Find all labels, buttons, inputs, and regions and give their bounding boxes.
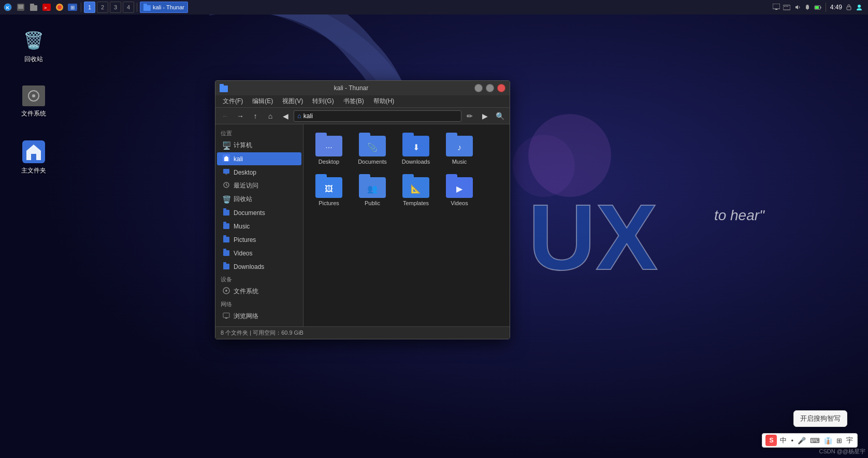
workspace-4[interactable]: 4 bbox=[123, 2, 134, 13]
thunar-window: kali - Thunar 文件(F) 编辑(E) 视图(V) 转到(G) 书签… bbox=[215, 80, 510, 339]
desktop-icon-trash[interactable]: 🗑️ 回收站 bbox=[16, 26, 52, 66]
file-item-videos[interactable]: ▶ Videos bbox=[439, 171, 480, 209]
title-bar: kali - Thunar bbox=[215, 81, 510, 95]
taskbar-terminal[interactable]: >_ bbox=[41, 2, 52, 13]
status-text: 8 个文件夹 | 可用空间：60.9 GiB bbox=[221, 329, 303, 337]
sogou-btn-grid[interactable]: ⊞ bbox=[835, 437, 843, 445]
taskbar-extra[interactable]: ⊞ bbox=[67, 2, 78, 13]
file-item-templates[interactable]: 📐 Templates bbox=[396, 171, 436, 209]
file-item-documents[interactable]: 📎 Documents bbox=[352, 130, 393, 168]
svg-text:>_: >_ bbox=[44, 5, 50, 10]
sidebar-item-recent[interactable]: 最近访问 bbox=[217, 179, 301, 192]
svg-rect-34 bbox=[31, 154, 36, 160]
svg-rect-35 bbox=[220, 85, 228, 92]
menu-edit[interactable]: 编辑(E) bbox=[248, 96, 277, 107]
location-bar[interactable]: ⌂ kali bbox=[294, 110, 461, 122]
sogou-btn-user[interactable]: 宇 bbox=[845, 436, 854, 445]
window-maximize-button[interactable] bbox=[486, 84, 494, 92]
decorative-text: to hear" bbox=[714, 207, 764, 224]
sidebar-item-trash[interactable]: 🗑️ 回收站 bbox=[217, 193, 301, 206]
sogou-btn-zh[interactable]: 中 bbox=[779, 436, 788, 445]
menu-view[interactable]: 视图(V) bbox=[278, 96, 307, 107]
file-item-public[interactable]: 👥 Public bbox=[352, 171, 393, 209]
devices-label: 设备 bbox=[215, 274, 303, 284]
up-button[interactable]: ↑ bbox=[249, 109, 262, 123]
sidebar-item-music[interactable]: Music bbox=[217, 220, 301, 233]
taskbar-files[interactable] bbox=[28, 2, 39, 13]
file-item-pictures[interactable]: 🖼 Pictures bbox=[309, 171, 349, 209]
home-button[interactable]: ⌂ bbox=[264, 109, 277, 123]
search-button[interactable]: 🔍 bbox=[493, 109, 507, 123]
keyboard-icon bbox=[783, 4, 790, 11]
sogou-popup[interactable]: 开启搜狗智写 bbox=[793, 410, 847, 427]
sogou-btn-skin[interactable]: 👔 bbox=[823, 437, 833, 445]
menu-goto[interactable]: 转到(G) bbox=[308, 96, 338, 107]
desktop-icon-home[interactable]: 主文件夹 bbox=[16, 137, 52, 177]
svg-rect-47 bbox=[223, 250, 229, 256]
sidebar-item-computer[interactable]: 🖥️ 计算机 bbox=[217, 139, 301, 152]
kali-menu-icon[interactable]: K bbox=[2, 2, 13, 13]
desktop-file-label: Desktop bbox=[319, 159, 339, 165]
file-item-desktop[interactable]: ··· Desktop bbox=[309, 130, 349, 168]
svg-text:UX: UX bbox=[528, 185, 658, 289]
svg-point-13 bbox=[57, 5, 62, 9]
svg-rect-28 bbox=[847, 7, 851, 10]
menu-bar: 文件(F) 编辑(E) 视图(V) 转到(G) 书签(B) 帮助(H) bbox=[215, 95, 510, 108]
menu-bookmarks[interactable]: 书签(B) bbox=[339, 96, 368, 107]
svg-rect-48 bbox=[223, 249, 226, 250]
sidebar-item-downloads[interactable]: Downloads bbox=[217, 260, 301, 273]
recent-icon bbox=[222, 181, 230, 190]
kali-home-icon bbox=[222, 154, 230, 163]
file-item-downloads[interactable]: ⬇ Downloads bbox=[396, 130, 436, 168]
window-close-button[interactable] bbox=[497, 84, 505, 92]
path-toggle[interactable]: ◀ bbox=[279, 109, 292, 123]
edit-location-button[interactable]: ✏ bbox=[463, 109, 476, 123]
videos-sidebar-icon bbox=[222, 249, 230, 257]
menu-help[interactable]: 帮助(H) bbox=[369, 96, 399, 107]
sogou-btn-keyboard[interactable]: ⌨ bbox=[809, 437, 821, 445]
back-button[interactable]: ← bbox=[219, 109, 232, 123]
lock-icon bbox=[845, 4, 852, 11]
sidebar-item-filesystem[interactable]: 文件系统 bbox=[217, 285, 301, 298]
sidebar-item-videos[interactable]: Videos bbox=[217, 247, 301, 260]
videos-folder-icon: ▶ bbox=[446, 174, 473, 198]
workspace-3[interactable]: 3 bbox=[110, 2, 121, 13]
path-forward[interactable]: ▶ bbox=[478, 109, 491, 123]
network-label: 网络 bbox=[215, 298, 303, 309]
sogou-btn-mic[interactable]: 🎤 bbox=[797, 437, 807, 445]
battery-icon bbox=[814, 4, 821, 11]
computer-icon: 🖥️ bbox=[222, 141, 230, 150]
sidebar-item-desktop[interactable]: Desktop bbox=[217, 166, 301, 179]
volume-icon bbox=[793, 4, 801, 11]
forward-button[interactable]: → bbox=[234, 109, 247, 123]
documents-file-label: Documents bbox=[358, 159, 387, 165]
sogou-btn-dot[interactable]: • bbox=[790, 437, 794, 445]
trash-sidebar-icon: 🗑️ bbox=[222, 195, 230, 204]
file-item-music[interactable]: ♪ Music bbox=[439, 130, 480, 168]
taskbar-separator-2 bbox=[137, 3, 137, 12]
sogou-popup-label: 开启搜狗智写 bbox=[800, 414, 841, 422]
sidebar-item-kali[interactable]: kali bbox=[217, 152, 301, 165]
sidebar-item-pictures[interactable]: Pictures bbox=[217, 233, 301, 246]
workspace-1[interactable]: 1 bbox=[84, 2, 95, 13]
taskbar-firefox[interactable] bbox=[54, 2, 65, 13]
desktop-sidebar-icon bbox=[222, 168, 230, 177]
menu-file[interactable]: 文件(F) bbox=[219, 96, 247, 107]
workspace-2[interactable]: 2 bbox=[97, 2, 108, 13]
taskbar-separator-time bbox=[826, 3, 826, 12]
window-minimize-button[interactable] bbox=[474, 84, 483, 92]
taskbar-thunar-button[interactable]: kali - Thunar bbox=[140, 2, 188, 13]
svg-rect-44 bbox=[223, 222, 226, 223]
videos-file-label: Videos bbox=[451, 200, 468, 206]
templates-folder-icon: 📐 bbox=[402, 174, 429, 198]
sidebar-item-browsenet[interactable]: 浏览网络 bbox=[217, 310, 301, 323]
desktop-icon-filesystem[interactable]: 文件系统 bbox=[16, 80, 52, 120]
taskbar-show-desktop[interactable] bbox=[15, 2, 26, 13]
location-home-icon: ⌂ bbox=[297, 112, 301, 120]
pictures-file-label: Pictures bbox=[319, 200, 339, 206]
clock: 4:49 bbox=[830, 4, 842, 11]
sidebar-item-documents[interactable]: Documents bbox=[217, 206, 301, 219]
svg-rect-45 bbox=[223, 237, 229, 242]
svg-rect-50 bbox=[223, 262, 226, 264]
taskbar: K >_ ⊞ 1 2 3 4 bbox=[0, 0, 868, 15]
